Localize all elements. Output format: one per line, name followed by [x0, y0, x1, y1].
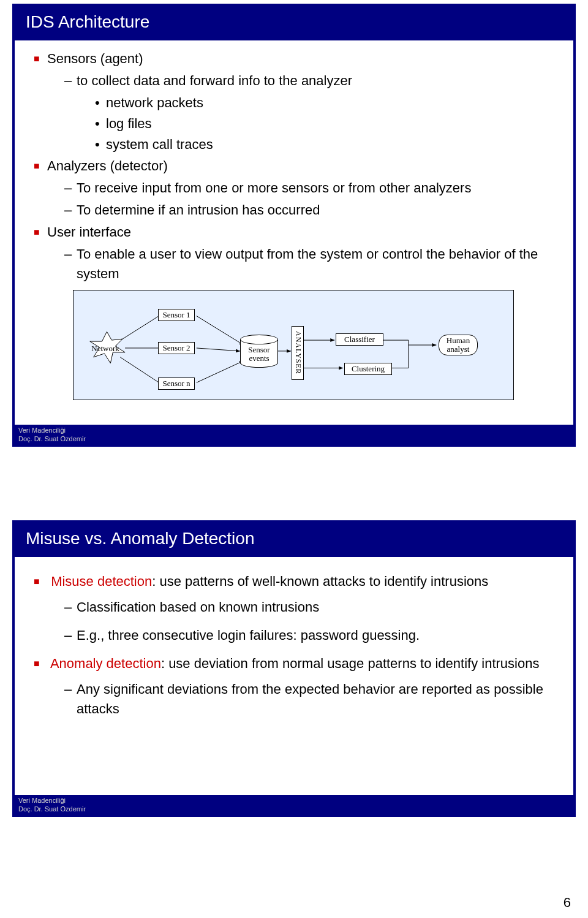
bullet-analyzers: Analyzers (detector): [47, 156, 558, 176]
svg-line-3: [120, 357, 159, 383]
bullet-syscall: system call traces: [106, 135, 558, 154]
anomaly-rest: : use deviation from normal usage patter…: [161, 656, 540, 671]
slide2-title: Misuse vs. Anomaly Detection: [15, 523, 573, 557]
footer2-line1: Veri Madenciliği: [18, 796, 570, 805]
misuse-sub1: Classification based on known intrusions: [77, 597, 558, 617]
slide1-title: IDS Architecture: [15, 6, 573, 40]
diagram-classifier: Classifier: [336, 333, 383, 346]
misuse-rest: : use patterns of well-known attacks to …: [152, 574, 488, 589]
misuse-sub2: E.g., three consecutive login failures: …: [77, 626, 558, 645]
bullet-sensors: Sensors (agent): [47, 49, 558, 69]
diagram-sensor-events-label: Sensor events: [240, 346, 278, 363]
bullet-ui: User interface: [47, 222, 558, 242]
bullet-net-packets: network packets: [106, 93, 558, 113]
diagram-sensorn: Sensor n: [158, 377, 195, 390]
diagram-human-analyst: Human analyst: [439, 335, 478, 356]
slide2-footer: Veri Madenciliği Doç. Dr. Suat Özdemir: [15, 795, 573, 815]
anomaly-lead: Anomaly detection: [50, 656, 161, 671]
bullet-misuse: Misuse detection: use patterns of well-k…: [47, 572, 558, 591]
misuse-lead: Misuse detection: [51, 574, 152, 589]
diagram-network-label: Network: [86, 343, 125, 355]
diagram-sensor2: Sensor 2: [158, 342, 195, 354]
diagram-clustering: Clustering: [344, 363, 392, 375]
bullet-ui-1: To enable a user to view output from the…: [77, 245, 558, 284]
diagram-analyser: ANALYSER: [292, 326, 304, 380]
bullet-anomaly: Anomaly detection: use deviation from no…: [47, 654, 558, 673]
bullet-analyzers-2: To determine if an intrusion has occurre…: [77, 200, 558, 220]
slide1-footer: Veri Madenciliği Doç. Dr. Suat Özdemir: [15, 425, 573, 445]
slide1-body: Sensors (agent) to collect data and forw…: [15, 40, 573, 425]
page-number: 6: [564, 895, 571, 911]
slide-ids-architecture: IDS Architecture Sensors (agent) to coll…: [12, 4, 576, 447]
anomaly-sub: Any significant deviations from the expe…: [77, 680, 558, 719]
ids-architecture-diagram: Network Sensor 1 Sensor 2 Sensor n Senso…: [73, 290, 514, 400]
svg-line-5: [197, 348, 240, 351]
footer-line1: Veri Madenciliği: [18, 426, 570, 434]
slide2-body: Misuse detection: use patterns of well-k…: [15, 557, 573, 794]
bullet-analyzers-1: To receive input from one or more sensor…: [77, 178, 558, 198]
bullet-sensors-desc: to collect data and forward info to the …: [77, 71, 558, 91]
svg-line-1: [123, 316, 159, 339]
footer2-line2: Doç. Dr. Suat Özdemir: [18, 805, 570, 813]
diagram-network: Network: [86, 332, 125, 365]
diagram-sensor-events: Sensor events: [240, 335, 278, 373]
diagram-sensor1: Sensor 1: [158, 309, 195, 321]
slide-misuse-anomaly: Misuse vs. Anomaly Detection Misuse dete…: [12, 520, 576, 817]
bullet-log-files: log files: [106, 114, 558, 134]
footer-line2: Doç. Dr. Suat Özdemir: [18, 434, 570, 443]
svg-line-4: [197, 316, 244, 344]
svg-line-6: [197, 361, 244, 383]
